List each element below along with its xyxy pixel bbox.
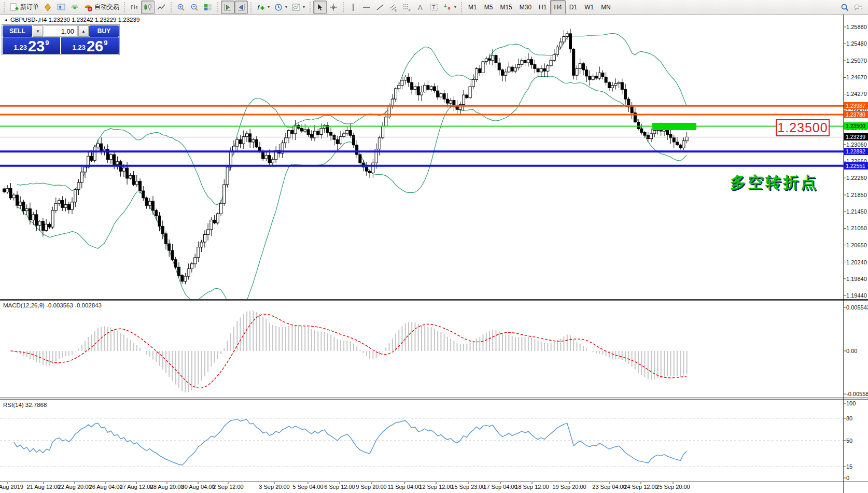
toolbar-button-tf-d1[interactable]: D1 (566, 0, 581, 15)
chevron-down-icon[interactable]: ▾ (454, 5, 456, 9)
toolbar-button-tf-m30[interactable]: M30 (516, 0, 535, 15)
toolbar-grip (461, 2, 462, 12)
toolbar-button-line-chart[interactable] (155, 1, 168, 14)
volume-input[interactable] (44, 25, 78, 37)
toolbar-button-tf-m1[interactable]: M1 (465, 0, 481, 15)
toolbar-button-bar-chart[interactable] (128, 1, 141, 14)
time-axis-label: 9 Sep 20:00 (356, 484, 386, 490)
chart-annotation-text[interactable]: 多空转折点 (730, 172, 818, 193)
toolbar-button-vertical-line[interactable] (346, 1, 360, 14)
toolbar-button-tf-m5[interactable]: M5 (481, 0, 497, 15)
highlight-rectangle[interactable] (652, 123, 696, 130)
time-axis-label: 5 Sep 04:00 (292, 484, 323, 490)
svg-text:F: F (409, 8, 411, 12)
price-tick-label: 1.24270 (846, 91, 867, 97)
indicators-icon: f (256, 3, 265, 12)
toolbar-button-horizontal-line[interactable] (360, 1, 373, 14)
candlestick-series[interactable] (3, 29, 689, 285)
cursor-icon (315, 3, 325, 12)
time-axis-label: 15 Sep 23:00 (451, 484, 485, 490)
toolbar-button-auto-trading[interactable]: 自动交易 (81, 1, 121, 14)
chart-canvas[interactable] (0, 15, 868, 493)
price-badge: 1.22892 (844, 148, 868, 155)
toolbar-button-templates[interactable]: ▾ (289, 1, 307, 14)
toolbar-button-trendline[interactable] (373, 1, 387, 14)
toolbar-button-text-label[interactable]: T (427, 1, 441, 14)
toolbar-button-tf-mn[interactable]: MN (597, 0, 614, 15)
macd-signal-line (11, 314, 687, 388)
toolbar-button-new-order[interactable]: 新订单 (7, 1, 41, 14)
price-tick-label: 1.25480 (846, 40, 867, 47)
toolbar-button-crosshair[interactable] (327, 1, 340, 14)
trendline-icon (375, 3, 385, 12)
chevron-down-icon[interactable]: ▾ (268, 5, 270, 9)
toolbar-button-periods[interactable]: ▾ (272, 1, 289, 14)
toolbar-grip (310, 2, 311, 12)
bar-chart-icon (130, 3, 139, 12)
toolbar-button-label: H4 (554, 4, 562, 11)
buy-button[interactable]: BUY (89, 25, 119, 37)
toolbar-button-equidistant-channel[interactable]: E (387, 1, 400, 14)
price-tick-label: 80 (846, 415, 852, 421)
time-axis-label: 12 Sep 12:00 (419, 484, 453, 490)
toolbar-button-label: 自动交易 (94, 3, 119, 11)
toolbar-button-arrows[interactable]: ▾ (441, 1, 458, 14)
symbol-collapse-icon[interactable]: ▲ (4, 18, 8, 22)
price-tag-label[interactable]: 1.23500 (776, 119, 830, 136)
toolbar-button-label: D1 (569, 4, 577, 11)
toolbar-button-chart-shift[interactable] (234, 1, 248, 14)
crosshair-icon (329, 3, 338, 12)
time-axis-label: 2 Sep 12:00 (213, 484, 243, 490)
toolbar-button-zoom-out[interactable] (188, 1, 201, 14)
equidistant-channel-icon: E (389, 3, 398, 12)
price-badge: 1.23500 (844, 122, 868, 130)
volume-decrease-button[interactable]: ▼ (33, 25, 43, 37)
toolbar-grip (343, 2, 344, 12)
toolbar-grip (171, 2, 172, 12)
rsi-line (14, 419, 687, 465)
toolbar-button-signals[interactable] (68, 1, 81, 14)
sell-price-display[interactable]: 1.23239 (3, 37, 60, 54)
price-tick-label: 100 (846, 400, 856, 406)
toolbar-button-fibonacci[interactable]: F (400, 1, 414, 14)
volume-increase-button[interactable]: ▲ (78, 25, 89, 37)
price-badge: 1.23987 (844, 102, 868, 109)
toolbar-button-indicators[interactable]: f▾ (254, 1, 272, 14)
toolbar-button-text[interactable]: A (414, 1, 427, 14)
svg-text:E: E (395, 8, 397, 12)
toolbar-button-label: M5 (484, 4, 493, 11)
toolbar-button-market-watch[interactable] (41, 1, 54, 14)
pane-separators[interactable] (0, 299, 868, 482)
time-axis-label: 23 Sep 04:00 (592, 484, 626, 490)
toolbar-button-zoom-in[interactable] (174, 1, 188, 14)
toolbar-button-tile-windows[interactable] (201, 1, 215, 14)
price-badge: 1.22551 (844, 162, 868, 170)
chevron-down-icon[interactable]: ▾ (303, 5, 305, 9)
time-axis-label: 21 Aug 12:00 (27, 484, 61, 490)
toolbar-button-cursor[interactable] (313, 1, 327, 14)
chart-area[interactable]: ▲GBPUSD-,H4 1.23230 1.23242 1.23229 1.23… (0, 15, 868, 493)
signals-icon (70, 3, 79, 12)
toolbar-right-group (838, 1, 865, 14)
toolbar-button-label: H1 (539, 4, 547, 11)
toolbar-button-tf-h1[interactable]: H1 (535, 0, 550, 15)
price-tick-label: 1.19840 (846, 276, 867, 282)
toolbar-grip (4, 2, 5, 12)
toolbar-button-candlestick-chart[interactable] (141, 1, 155, 14)
toolbar-button-tf-m15[interactable]: M15 (496, 0, 515, 15)
chevron-down-icon[interactable]: ▾ (285, 5, 287, 9)
toolbar-button-auto-scroll[interactable] (221, 1, 234, 14)
price-tick-label: 0.005543 (846, 304, 868, 311)
toolbar-button-chat[interactable] (851, 1, 865, 14)
symbol-ohlc-text: GBPUSD-,H4 1.23230 1.23242 1.23229 1.232… (10, 17, 139, 23)
toolbar-button-tf-h4[interactable]: H4 (550, 0, 565, 15)
time-axis-label: 28 Aug 20:00 (150, 484, 184, 490)
toolbar-button-navigator[interactable] (54, 1, 68, 14)
sell-button[interactable]: SELL (3, 25, 32, 37)
price-tick-label: 50 (846, 438, 852, 444)
toolbar-button-search[interactable] (838, 1, 851, 14)
toolbar-button-label: 新订单 (20, 3, 39, 11)
buy-price-big: 26 (87, 39, 103, 53)
toolbar-button-tf-w1[interactable]: W1 (581, 0, 597, 15)
buy-price-display[interactable]: 1.23269 (61, 37, 119, 54)
